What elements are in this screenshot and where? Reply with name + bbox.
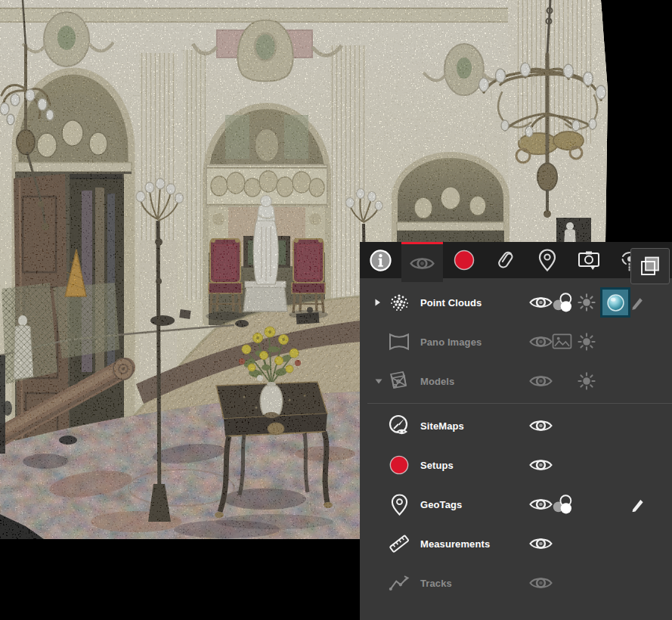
brightness-icon[interactable] bbox=[578, 293, 596, 312]
layer-label: SiteMaps bbox=[420, 420, 464, 432]
expander-collapsed-icon[interactable] bbox=[375, 299, 386, 306]
layer-row-point-clouds[interactable]: Point Clouds bbox=[360, 283, 672, 322]
layer-row-geotags[interactable]: GeoTags bbox=[360, 485, 672, 524]
edit-pencil-button[interactable] bbox=[630, 497, 646, 513]
visibility-eye-toggle[interactable] bbox=[529, 373, 553, 389]
red-circle-icon bbox=[453, 249, 475, 271]
layer-row-tracks[interactable]: Tracks bbox=[360, 563, 672, 603]
visibility-eye-toggle[interactable] bbox=[529, 294, 553, 311]
visibility-eye-toggle[interactable] bbox=[529, 575, 553, 591]
layer-label: Models bbox=[420, 376, 454, 387]
visibility-eye-toggle[interactable] bbox=[529, 535, 553, 552]
tracks-icon bbox=[386, 575, 413, 592]
tab-snapshots[interactable] bbox=[568, 242, 609, 278]
camera-icon bbox=[578, 250, 600, 271]
layer-row-sitemaps[interactable]: SiteMaps bbox=[360, 406, 672, 445]
measurements-icon bbox=[386, 532, 413, 555]
toggle-panels-button[interactable] bbox=[630, 248, 670, 284]
color-mode-circles-toggle[interactable] bbox=[552, 494, 574, 515]
layer-row-setups[interactable]: Setups bbox=[360, 445, 672, 485]
sitemaps-icon bbox=[386, 414, 413, 437]
expander-expanded-icon[interactable] bbox=[375, 379, 386, 384]
sphere-icon bbox=[605, 293, 626, 313]
app-window: Point Clouds Pano Images bbox=[0, 0, 672, 620]
layers-panel: Point Clouds Pano Images bbox=[360, 242, 672, 620]
panel-toolbar bbox=[360, 242, 672, 278]
tab-record[interactable] bbox=[443, 242, 485, 278]
brightness-icon[interactable] bbox=[578, 372, 596, 390]
image-icon[interactable] bbox=[552, 333, 572, 350]
layer-row-measurements[interactable]: Measurements bbox=[360, 524, 672, 563]
pin-icon bbox=[538, 249, 556, 271]
tab-info[interactable] bbox=[360, 242, 401, 278]
edit-pencil-button[interactable] bbox=[630, 295, 646, 310]
layer-label: Setups bbox=[420, 460, 454, 471]
point-clouds-icon bbox=[386, 293, 413, 312]
layer-label: Measurements bbox=[420, 538, 490, 550]
section-divider bbox=[367, 403, 672, 404]
tab-attachments[interactable] bbox=[485, 242, 526, 278]
visibility-eye-toggle[interactable] bbox=[529, 417, 553, 434]
layer-label: Tracks bbox=[420, 578, 452, 589]
color-mode-circles-toggle[interactable] bbox=[552, 293, 574, 313]
setups-icon bbox=[386, 454, 413, 476]
tab-visibility-selected[interactable] bbox=[401, 242, 443, 282]
visibility-eye-toggle[interactable] bbox=[529, 457, 553, 473]
layer-row-models[interactable]: Models bbox=[360, 361, 672, 401]
eye-icon bbox=[410, 255, 435, 272]
models-icon bbox=[386, 370, 413, 392]
layer-label: GeoTags bbox=[420, 499, 462, 510]
visibility-eye-toggle[interactable] bbox=[529, 333, 553, 350]
info-icon bbox=[369, 249, 392, 272]
layer-rows: Point Clouds Pano Images bbox=[360, 278, 672, 603]
tab-geotags[interactable] bbox=[526, 242, 568, 278]
pano-images-icon bbox=[386, 331, 413, 352]
paperclip-icon bbox=[495, 250, 516, 271]
geotags-icon bbox=[386, 494, 413, 516]
visibility-eye-toggle[interactable] bbox=[529, 496, 553, 513]
sphere-render-mode-button-active[interactable] bbox=[600, 287, 630, 318]
brightness-icon[interactable] bbox=[578, 333, 596, 351]
layer-label: Pano Images bbox=[420, 336, 482, 348]
layer-row-pano-images[interactable]: Pano Images bbox=[360, 322, 672, 361]
layered-panels-icon bbox=[639, 255, 661, 277]
layer-label: Point Clouds bbox=[420, 297, 482, 308]
